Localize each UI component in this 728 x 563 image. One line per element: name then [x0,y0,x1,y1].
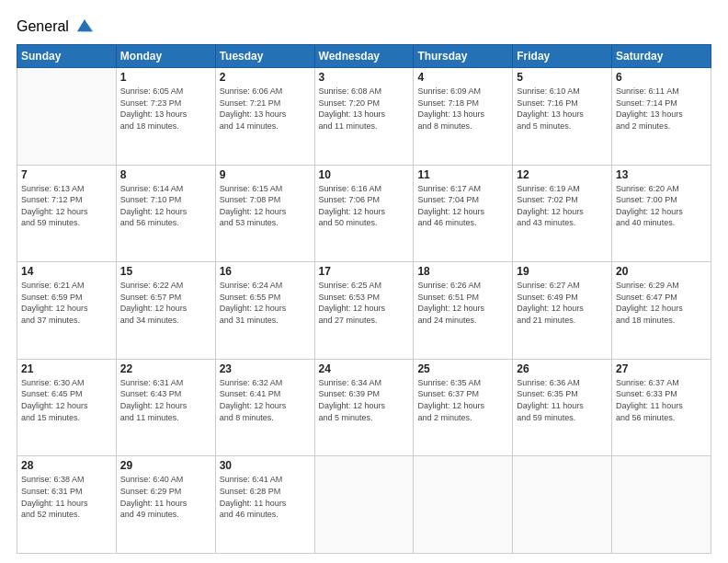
cell-info: Sunrise: 6:15 AM Sunset: 7:08 PM Dayligh… [220,183,311,229]
day-number: 2 [220,71,311,84]
calendar-cell: 7Sunrise: 6:13 AM Sunset: 7:12 PM Daylig… [17,165,117,262]
day-number: 1 [120,71,211,84]
calendar-cell: 19Sunrise: 6:27 AM Sunset: 6:49 PM Dayli… [513,262,612,360]
day-number: 24 [319,362,410,375]
calendar-cell: 30Sunrise: 6:41 AM Sunset: 6:28 PM Dayli… [215,456,314,554]
week-row-2: 7Sunrise: 6:13 AM Sunset: 7:12 PM Daylig… [17,165,711,262]
day-number: 17 [319,265,410,278]
calendar-cell [612,456,711,554]
calendar-cell: 22Sunrise: 6:31 AM Sunset: 6:43 PM Dayli… [116,359,215,456]
cell-info: Sunrise: 6:25 AM Sunset: 6:53 PM Dayligh… [319,280,410,326]
calendar-cell [17,68,117,166]
calendar-cell: 1Sunrise: 6:05 AM Sunset: 7:23 PM Daylig… [116,68,215,166]
calendar-cell: 26Sunrise: 6:36 AM Sunset: 6:35 PM Dayli… [513,359,612,456]
calendar-cell: 16Sunrise: 6:24 AM Sunset: 6:55 PM Dayli… [215,262,314,360]
day-number: 19 [517,265,608,278]
calendar-cell: 8Sunrise: 6:14 AM Sunset: 7:10 PM Daylig… [116,165,215,262]
day-number: 6 [616,71,707,84]
calendar-cell: 15Sunrise: 6:22 AM Sunset: 6:57 PM Dayli… [116,262,215,360]
cell-info: Sunrise: 6:11 AM Sunset: 7:14 PM Dayligh… [616,86,707,132]
calendar-cell [513,456,612,554]
day-number: 22 [120,362,211,375]
cell-info: Sunrise: 6:24 AM Sunset: 6:55 PM Dayligh… [220,280,311,326]
cell-info: Sunrise: 6:31 AM Sunset: 6:43 PM Dayligh… [120,377,211,423]
cell-info: Sunrise: 6:19 AM Sunset: 7:02 PM Dayligh… [517,183,608,229]
logo-icon [74,17,95,37]
cell-info: Sunrise: 6:29 AM Sunset: 6:47 PM Dayligh… [616,280,707,326]
weekday-header-tuesday: Tuesday [215,45,314,68]
logo-general: General [17,18,69,35]
day-number: 8 [120,168,211,181]
calendar-cell: 29Sunrise: 6:40 AM Sunset: 6:29 PM Dayli… [116,456,215,554]
weekday-header-friday: Friday [513,45,612,68]
day-number: 21 [21,362,112,375]
calendar-cell: 27Sunrise: 6:37 AM Sunset: 6:33 PM Dayli… [612,359,711,456]
calendar-cell: 24Sunrise: 6:34 AM Sunset: 6:39 PM Dayli… [314,359,414,456]
day-number: 29 [120,459,211,472]
calendar-cell: 11Sunrise: 6:17 AM Sunset: 7:04 PM Dayli… [414,165,513,262]
cell-info: Sunrise: 6:09 AM Sunset: 7:18 PM Dayligh… [417,86,508,132]
page: General SundayMondayTuesdayWednesdayThur… [0,0,728,563]
day-number: 10 [319,168,410,181]
calendar-cell: 6Sunrise: 6:11 AM Sunset: 7:14 PM Daylig… [612,68,711,166]
header: General [17,17,711,37]
cell-info: Sunrise: 6:22 AM Sunset: 6:57 PM Dayligh… [120,280,211,326]
day-number: 12 [517,168,608,181]
calendar-cell: 12Sunrise: 6:19 AM Sunset: 7:02 PM Dayli… [513,165,612,262]
cell-info: Sunrise: 6:35 AM Sunset: 6:37 PM Dayligh… [417,377,508,423]
calendar-cell: 10Sunrise: 6:16 AM Sunset: 7:06 PM Dayli… [314,165,414,262]
calendar-cell: 13Sunrise: 6:20 AM Sunset: 7:00 PM Dayli… [612,165,711,262]
day-number: 16 [220,265,311,278]
weekday-header-monday: Monday [116,45,215,68]
day-number: 27 [616,362,707,375]
calendar-cell: 9Sunrise: 6:15 AM Sunset: 7:08 PM Daylig… [215,165,314,262]
calendar: SundayMondayTuesdayWednesdayThursdayFrid… [17,44,711,554]
weekday-header-thursday: Thursday [414,45,513,68]
weekday-header-saturday: Saturday [612,45,711,68]
cell-info: Sunrise: 6:17 AM Sunset: 7:04 PM Dayligh… [417,183,508,229]
cell-info: Sunrise: 6:27 AM Sunset: 6:49 PM Dayligh… [517,280,608,326]
week-row-3: 14Sunrise: 6:21 AM Sunset: 6:59 PM Dayli… [17,262,711,360]
day-number: 3 [319,71,410,84]
day-number: 15 [120,265,211,278]
day-number: 5 [517,71,608,84]
day-number: 9 [220,168,311,181]
cell-info: Sunrise: 6:20 AM Sunset: 7:00 PM Dayligh… [616,183,707,229]
calendar-cell: 14Sunrise: 6:21 AM Sunset: 6:59 PM Dayli… [17,262,117,360]
calendar-cell: 25Sunrise: 6:35 AM Sunset: 6:37 PM Dayli… [414,359,513,456]
calendar-cell [314,456,414,554]
cell-info: Sunrise: 6:08 AM Sunset: 7:20 PM Dayligh… [319,86,410,132]
cell-info: Sunrise: 6:41 AM Sunset: 6:28 PM Dayligh… [220,474,311,520]
cell-info: Sunrise: 6:37 AM Sunset: 6:33 PM Dayligh… [616,377,707,423]
cell-info: Sunrise: 6:40 AM Sunset: 6:29 PM Dayligh… [120,474,211,520]
cell-info: Sunrise: 6:34 AM Sunset: 6:39 PM Dayligh… [319,377,410,423]
cell-info: Sunrise: 6:30 AM Sunset: 6:45 PM Dayligh… [21,377,112,423]
cell-info: Sunrise: 6:06 AM Sunset: 7:21 PM Dayligh… [220,86,311,132]
cell-info: Sunrise: 6:14 AM Sunset: 7:10 PM Dayligh… [120,183,211,229]
calendar-cell: 4Sunrise: 6:09 AM Sunset: 7:18 PM Daylig… [414,68,513,166]
day-number: 11 [417,168,508,181]
day-number: 30 [220,459,311,472]
cell-info: Sunrise: 6:16 AM Sunset: 7:06 PM Dayligh… [319,183,410,229]
calendar-cell: 23Sunrise: 6:32 AM Sunset: 6:41 PM Dayli… [215,359,314,456]
logo: General [17,17,95,37]
day-number: 26 [517,362,608,375]
calendar-cell: 2Sunrise: 6:06 AM Sunset: 7:21 PM Daylig… [215,68,314,166]
calendar-cell: 28Sunrise: 6:38 AM Sunset: 6:31 PM Dayli… [17,456,117,554]
cell-info: Sunrise: 6:38 AM Sunset: 6:31 PM Dayligh… [21,474,112,520]
day-number: 7 [21,168,112,181]
day-number: 20 [616,265,707,278]
day-number: 23 [220,362,311,375]
weekday-header-row: SundayMondayTuesdayWednesdayThursdayFrid… [17,45,711,68]
calendar-cell: 21Sunrise: 6:30 AM Sunset: 6:45 PM Dayli… [17,359,117,456]
week-row-1: 1Sunrise: 6:05 AM Sunset: 7:23 PM Daylig… [17,68,711,166]
week-row-5: 28Sunrise: 6:38 AM Sunset: 6:31 PM Dayli… [17,456,711,554]
cell-info: Sunrise: 6:21 AM Sunset: 6:59 PM Dayligh… [21,280,112,326]
weekday-header-wednesday: Wednesday [314,45,414,68]
cell-info: Sunrise: 6:32 AM Sunset: 6:41 PM Dayligh… [220,377,311,423]
day-number: 18 [417,265,508,278]
cell-info: Sunrise: 6:26 AM Sunset: 6:51 PM Dayligh… [417,280,508,326]
logo-text: General [17,18,69,35]
cell-info: Sunrise: 6:10 AM Sunset: 7:16 PM Dayligh… [517,86,608,132]
day-number: 25 [417,362,508,375]
